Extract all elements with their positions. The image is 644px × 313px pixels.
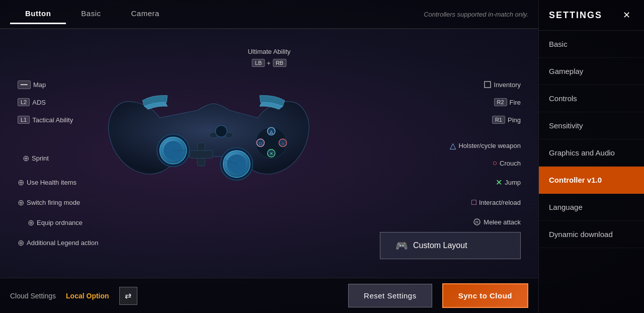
sidebar-item-controller[interactable]: Controller v1.0 xyxy=(539,167,644,194)
svg-rect-10 xyxy=(190,150,213,158)
local-option-label: Local Option xyxy=(66,292,109,300)
close-button[interactable]: ✕ xyxy=(619,8,634,23)
square-icon: □ xyxy=(471,198,476,207)
sidebar-item-gameplay[interactable]: Gameplay xyxy=(539,58,644,85)
custom-layout-label: Custom Layout xyxy=(413,241,467,250)
sync-arrows-button[interactable]: ⇄ xyxy=(119,287,137,305)
health-icon: ⊕ xyxy=(18,178,24,187)
fire-mode-label: Switch firing mode ⊕ xyxy=(18,198,80,207)
sidebar-item-language[interactable]: Language xyxy=(539,194,644,221)
sprint-label: Sprint ⊕ xyxy=(23,153,49,163)
ping-label: R1 Ping xyxy=(492,116,521,124)
main-container: Button Basic Camera Controllers supporte… xyxy=(0,0,644,313)
svg-text:R: R xyxy=(475,220,479,225)
legend-label: Additional Legend action ⊕ xyxy=(18,238,98,248)
content-area: Button Basic Camera Controllers supporte… xyxy=(0,0,538,313)
r2-badge: R2 xyxy=(494,98,507,106)
cloud-settings-label: Cloud Settings xyxy=(10,292,56,300)
crouch-label: ○ Crouch xyxy=(492,159,521,168)
sidebar-item-dynamic[interactable]: Dynamic download xyxy=(539,221,644,248)
svg-point-22 xyxy=(215,125,227,137)
reset-settings-button[interactable]: Reset Settings xyxy=(348,284,432,307)
triangle-icon: △ xyxy=(450,141,456,150)
sidebar-item-basic[interactable]: Basic xyxy=(539,31,644,58)
cross-icon: ✕ xyxy=(496,178,502,187)
ads-label: ADS L2 xyxy=(18,98,46,106)
settings-header: SETTINGS ✕ xyxy=(539,0,644,31)
controller-section: Ultimate Ability LB + RB Map ━━ ADS L xyxy=(0,29,538,278)
melee-icon: R xyxy=(473,218,481,226)
tab-camera[interactable]: Camera xyxy=(116,4,175,24)
custom-layout-button[interactable]: 🎮 Custom Layout xyxy=(380,232,521,259)
ads-badge: L2 xyxy=(18,98,30,106)
controller-note: Controllers supported in-match only. xyxy=(424,11,528,18)
fire-label: R2 Fire xyxy=(494,98,521,106)
interact-label: □ Interact/reload xyxy=(471,198,521,207)
svg-text:□: □ xyxy=(259,141,262,146)
tab-button[interactable]: Button xyxy=(10,4,66,24)
bottom-bar: Cloud Settings Local Option ⇄ Reset Sett… xyxy=(0,278,538,313)
controller-svg: △ ○ ✕ □ xyxy=(98,53,360,229)
map-label: Map ━━ xyxy=(18,81,46,89)
equip-icon: ⊕ xyxy=(28,218,34,227)
settings-title: SETTINGS xyxy=(549,10,602,21)
svg-rect-0 xyxy=(485,82,491,88)
fire-mode-icon: ⊕ xyxy=(18,198,24,207)
sync-cloud-button[interactable]: Sync to Cloud xyxy=(442,283,528,308)
svg-text:○: ○ xyxy=(282,141,284,146)
svg-text:△: △ xyxy=(269,129,273,134)
health-label: Use Health items ⊕ xyxy=(18,178,76,187)
inventory-icon xyxy=(484,81,492,89)
tactical-label: Tactical Ability L1 xyxy=(18,116,73,124)
legend-icon: ⊕ xyxy=(18,238,24,248)
right-sidebar: SETTINGS ✕ Basic Gameplay Controls Sensi… xyxy=(538,0,644,313)
sidebar-item-sensitivity[interactable]: Sensitivity xyxy=(539,112,644,139)
r1-badge: R1 xyxy=(492,116,505,124)
sprint-icon: ⊕ xyxy=(23,153,29,163)
svg-text:✕: ✕ xyxy=(270,151,273,156)
tabs: Button Basic Camera xyxy=(10,4,175,24)
custom-layout-icon: 🎮 xyxy=(395,240,408,252)
map-badge: ━━ xyxy=(18,81,31,89)
labels-container: Ultimate Ability LB + RB Map ━━ ADS L xyxy=(18,48,521,259)
tab-bar: Button Basic Camera Controllers supporte… xyxy=(0,0,538,29)
sidebar-item-graphics-audio[interactable]: Graphics and Audio xyxy=(539,139,644,167)
melee-label: R Melee attack xyxy=(473,218,521,226)
tab-basic[interactable]: Basic xyxy=(66,4,116,24)
circle-icon: ○ xyxy=(492,159,497,168)
tactical-badge: L1 xyxy=(18,116,30,124)
holster-label: △ Holster/cycle weapon xyxy=(450,141,521,150)
sidebar-nav: Basic Gameplay Controls Sensitivity Grap… xyxy=(539,31,644,313)
inventory-label: Inventory xyxy=(484,81,521,89)
equip-label: Equip ordnance ⊕ xyxy=(28,218,83,227)
jump-label: ✕ Jump xyxy=(496,178,521,187)
sidebar-item-controls[interactable]: Controls xyxy=(539,85,644,112)
